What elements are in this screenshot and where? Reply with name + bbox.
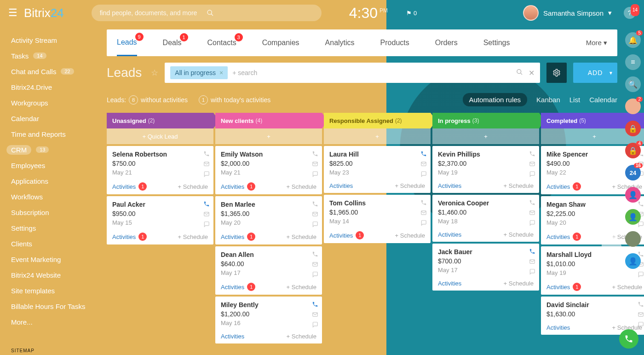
rail-avatar-icon[interactable] [625, 231, 641, 247]
lead-card[interactable]: Tom Collins$1,965.00May 14Activities1+ S… [324, 195, 431, 243]
phone-icon[interactable] [529, 199, 535, 206]
schedule-link[interactable]: + Schedule [504, 182, 534, 189]
column-header[interactable]: Unassigned(2) [107, 113, 213, 128]
lead-card[interactable]: Veronica Cooper$1,460.00May 18Activities… [432, 195, 539, 242]
schedule-link[interactable]: + Schedule [178, 183, 208, 190]
tab[interactable]: Orders [435, 30, 458, 55]
tab[interactable]: Analytics [325, 30, 355, 55]
rail-lock-icon[interactable]: 🔒 [625, 121, 641, 136]
lead-card[interactable]: Paul Acker$950.00May 15Activities1+ Sche… [107, 196, 213, 244]
menu-icon[interactable]: ☰ [8, 7, 17, 19]
activities-link[interactable]: Activities [546, 324, 570, 331]
activities-link[interactable]: Activities [438, 231, 461, 238]
lead-card[interactable]: Dean Allen$640.00May 17Activities1+ Sche… [215, 246, 322, 295]
sidebar-item[interactable]: More... [11, 314, 100, 330]
help-button[interactable]: ? 14 [624, 7, 636, 19]
rail-24-icon[interactable]: 2416 [625, 165, 641, 180]
rail-bell-icon[interactable]: 🔔5 [625, 32, 641, 48]
sidebar-item[interactable]: Event Marketing [11, 251, 100, 267]
phone-fab[interactable] [619, 329, 638, 349]
rail-avatar-icon[interactable]: 2 [625, 99, 641, 114]
phone-icon[interactable] [312, 201, 318, 207]
phone-icon[interactable] [203, 151, 210, 157]
add-button[interactable]: ADD ▼ [573, 63, 617, 83]
sidebar-item[interactable]: Chat and Calls22 [11, 64, 100, 79]
tab[interactable]: Settings [483, 30, 510, 55]
activities-link[interactable]: Activities [112, 233, 136, 240]
mail-icon[interactable] [420, 161, 427, 167]
sidebar-item[interactable]: Employees [11, 157, 100, 173]
schedule-link[interactable]: + Schedule [395, 232, 425, 239]
phone-icon[interactable] [312, 301, 318, 308]
mail-icon[interactable] [203, 161, 210, 167]
chat-icon[interactable] [203, 221, 210, 227]
activities-link[interactable]: Activities [438, 182, 461, 189]
chat-icon[interactable] [529, 268, 535, 275]
schedule-link[interactable]: + Schedule [287, 333, 316, 340]
activities-link[interactable]: Activities [221, 183, 244, 190]
sidebar-item[interactable]: Billable Hours For Tasks [11, 298, 100, 314]
mail-icon[interactable] [638, 311, 644, 318]
mail-icon[interactable] [529, 210, 535, 216]
user-menu[interactable]: Samantha Simpson ▾ [523, 5, 612, 21]
schedule-link[interactable]: + Schedule [287, 233, 316, 240]
column-header[interactable]: In progress(3) [432, 113, 539, 128]
schedule-link[interactable]: + Schedule [504, 280, 534, 287]
mail-icon[interactable] [529, 258, 535, 265]
schedule-link[interactable]: + Schedule [287, 183, 316, 190]
global-search[interactable]: find people, documents, and more [92, 5, 322, 21]
mail-icon[interactable] [203, 211, 210, 217]
favorite-icon[interactable]: ☆ [151, 68, 158, 78]
chat-icon[interactable] [420, 171, 427, 177]
sidebar-item[interactable]: Workflows [11, 189, 100, 204]
rail-lock-icon[interactable]: 🔒4 [625, 143, 641, 158]
phone-icon[interactable] [312, 151, 318, 157]
activities-link[interactable]: Activities [112, 183, 136, 190]
sitemap-link[interactable]: SITEMAP [11, 348, 34, 353]
notifications-flag[interactable]: ⚑ 0 [406, 10, 417, 17]
sidebar-item[interactable]: Workgroups [11, 95, 100, 111]
tab[interactable]: Leads9 [117, 30, 137, 56]
chat-icon[interactable] [312, 271, 318, 278]
phone-icon[interactable] [420, 199, 427, 206]
sidebar-item[interactable]: Tasks14 [11, 48, 100, 64]
filter-box[interactable]: All in progress × + search ✕ [165, 63, 540, 83]
activities-link[interactable]: Activities [221, 284, 244, 291]
lead-card[interactable]: Ben Marlee$1,365.00May 20Activities1+ Sc… [215, 196, 322, 244]
activities-link[interactable]: Activities [546, 233, 570, 240]
remove-chip-icon[interactable]: × [219, 69, 223, 76]
chat-icon[interactable] [312, 221, 318, 227]
schedule-link[interactable]: + Schedule [612, 284, 642, 291]
lead-card[interactable]: Laura Hill$825.00May 23Activities+ Sched… [324, 146, 431, 193]
phone-icon[interactable] [638, 301, 644, 308]
quick-add[interactable]: + Quick Lead [107, 128, 213, 144]
view-calendar[interactable]: Calendar [589, 96, 617, 104]
lead-card[interactable]: Kevin Phillips$2,370.00May 19Activities+… [432, 146, 539, 193]
stats-today-count[interactable]: 1 [199, 95, 208, 105]
quick-add[interactable]: + [324, 128, 431, 144]
automation-rules-button[interactable]: Automation rules [463, 93, 528, 106]
sidebar-item[interactable]: Calendar [11, 111, 100, 126]
schedule-link[interactable]: + Schedule [395, 182, 425, 189]
view-kanban[interactable]: Kanban [536, 96, 560, 104]
rail-lines-icon[interactable]: ≡ [625, 54, 641, 70]
stats-without-count[interactable]: 8 [129, 95, 138, 105]
activities-link[interactable]: Activities [221, 333, 244, 340]
lead-card[interactable]: Jack Bauer$700.00May 17Activities+ Sched… [432, 244, 539, 291]
chat-icon[interactable] [203, 171, 210, 177]
clear-filter-icon[interactable]: ✕ [529, 69, 535, 77]
sidebar-item[interactable]: Activity Stream [11, 32, 100, 48]
schedule-link[interactable]: + Schedule [178, 233, 208, 240]
phone-icon[interactable] [529, 248, 535, 255]
sidebar-item[interactable]: Bitrix24 Website [11, 267, 100, 283]
column-header[interactable]: Responsible Assigned(2) [324, 113, 431, 128]
settings-button[interactable] [546, 63, 567, 83]
sidebar-item[interactable]: Bitrix24.Drive [11, 79, 100, 95]
sidebar-item[interactable]: Time and Reports [11, 126, 100, 142]
tabs-more[interactable]: More ▾ [586, 30, 607, 55]
schedule-link[interactable]: + Schedule [504, 231, 534, 238]
sidebar-item[interactable]: Site templates [11, 283, 100, 298]
chat-icon[interactable] [529, 171, 535, 177]
chat-icon[interactable] [638, 321, 644, 328]
rail-person-icon[interactable]: 👤 [625, 253, 641, 269]
